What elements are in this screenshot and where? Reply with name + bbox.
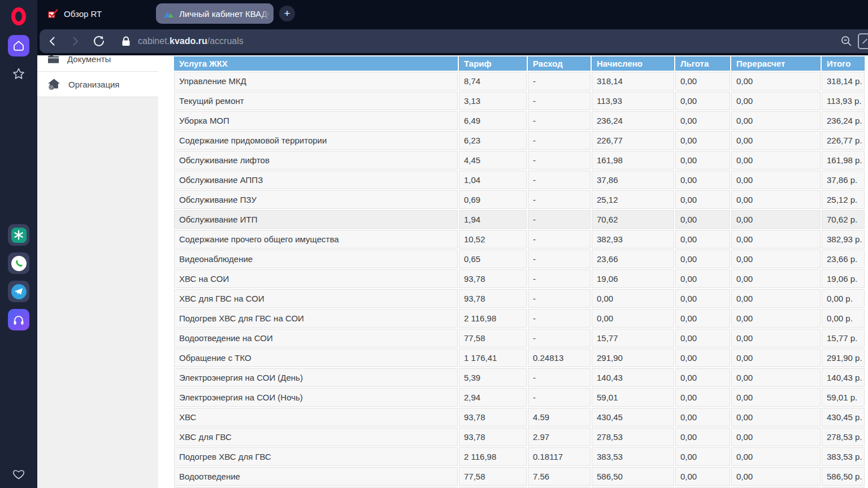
- table-cell: 0,00: [731, 467, 821, 486]
- table-cell: 0,69: [459, 190, 527, 209]
- table-cell: 6,49: [459, 111, 527, 130]
- table-cell: 0,00: [675, 72, 730, 90]
- clipped-toolbar-icon[interactable]: [858, 33, 868, 49]
- tab-label: Личный кабинет КВАДО.Р: [179, 9, 268, 19]
- table-row: ХВС93,784.59430,450,000,00430,45 р.: [174, 408, 865, 426]
- tab-label-fade: [259, 3, 274, 24]
- table-cell: 0,00: [731, 368, 821, 387]
- table-cell: 0,00: [675, 309, 730, 328]
- table-row: Обслуживание АППЗ1,04-37,860,000,0037,86…: [174, 171, 865, 189]
- home-icon: [12, 40, 25, 52]
- table-cell: 0.18117: [528, 447, 591, 466]
- table-cell: -: [528, 289, 591, 308]
- chatgpt-shortcut[interactable]: [8, 224, 29, 246]
- table-cell: 140,43 р.: [822, 368, 865, 387]
- table-cell: 0,00: [731, 151, 821, 169]
- table-cell: -: [528, 190, 591, 209]
- table-cell: 0,00: [675, 190, 730, 209]
- table-cell: 430,45: [592, 408, 674, 426]
- table-cell: -: [528, 230, 591, 249]
- table-cell: Управление МКД: [174, 72, 458, 90]
- table-cell: 586,50: [592, 467, 674, 486]
- table-cell: 0,00: [675, 91, 730, 110]
- table-row: Водоотведение77,587.56586,500,000,00586,…: [174, 467, 865, 486]
- table-cell: 19,06 р.: [822, 269, 865, 288]
- table-cell: 318,14 р.: [822, 72, 865, 90]
- lock-icon[interactable]: [119, 34, 133, 49]
- table-cell: 0,00: [731, 388, 821, 407]
- table-row: ХВС для ГВС на СОИ93,78-0,000,000,000,00…: [174, 289, 865, 308]
- checkbox-favicon: [47, 9, 58, 19]
- table-cell: Содержание прочего общего имущества: [174, 230, 458, 249]
- table-cell: 5,39: [459, 368, 527, 387]
- bookmarks-button[interactable]: [8, 63, 29, 85]
- table-cell: 4.59: [528, 408, 591, 426]
- url-text[interactable]: cabinet.kvado.ru/accruals: [138, 36, 244, 46]
- tab-kvado-active[interactable]: Личный кабинет КВАДО.Р: [156, 3, 274, 24]
- table-cell: -: [528, 250, 591, 268]
- table-row: Электроэнергия на СОИ (Ночь)2,94-59,010,…: [174, 388, 865, 407]
- back-icon[interactable]: [45, 34, 60, 49]
- table-cell: -: [528, 111, 591, 130]
- favorites-button[interactable]: [8, 463, 29, 485]
- star-icon: [11, 67, 26, 81]
- address-bar[interactable]: cabinet.kvado.ru/accruals: [40, 29, 868, 53]
- table-cell: 23,66 р.: [822, 250, 865, 268]
- table-cell: 113,93 р.: [822, 91, 865, 110]
- table-cell: 1,04: [459, 171, 527, 189]
- table-cell: 93,78: [459, 289, 527, 308]
- table-cell: 0,00: [675, 151, 730, 169]
- table-cell: 0,00: [675, 368, 730, 387]
- table-cell: 70,62 р.: [822, 210, 865, 229]
- table-row: Управление МКД8,74-318,140,000,00318,14 …: [174, 72, 865, 90]
- menu-item-documents[interactable]: Документы: [37, 55, 158, 72]
- table-cell: Водоотведение: [174, 467, 458, 486]
- home-button[interactable]: [8, 35, 29, 56]
- table-cell: 236,24: [592, 111, 674, 130]
- reload-icon[interactable]: [92, 34, 106, 49]
- table-cell: 0,00: [731, 289, 821, 308]
- table-cell: 15,77 р.: [822, 329, 865, 347]
- table-cell: 0,00: [731, 230, 821, 249]
- url-domain: kvado.ru: [170, 36, 207, 46]
- table-cell: 2 116,98: [459, 447, 527, 466]
- opera-logo[interactable]: [11, 7, 26, 25]
- table-cell: Электроэнергия на СОИ (Ночь): [174, 388, 458, 407]
- table-cell: 3,13: [459, 91, 527, 110]
- table-cell: 0,00: [675, 388, 730, 407]
- zoom-out-indicator-icon[interactable]: [840, 34, 853, 48]
- table-cell: 0,00: [675, 447, 730, 466]
- table-cell: 0,00: [731, 309, 821, 328]
- table-cell: Текущий ремонт: [174, 91, 458, 110]
- table-cell: 1,94: [459, 210, 527, 229]
- tab-obzor-rt[interactable]: Обзор RT: [42, 0, 107, 27]
- whatsapp-shortcut[interactable]: [8, 252, 29, 274]
- table-cell: 0,00: [675, 171, 730, 189]
- menu-item-organization[interactable]: Организация: [37, 72, 158, 97]
- table-cell: -: [528, 309, 591, 328]
- table-cell: 93,78: [459, 269, 527, 288]
- new-tab-button[interactable]: +: [279, 6, 295, 21]
- table-row: Видеонаблюдение0,65-23,660,000,0023,66 р…: [174, 250, 865, 268]
- table-cell: Обслуживание лифтов: [174, 151, 458, 169]
- table-cell: 0,00: [731, 111, 821, 130]
- table-row: ХВС для ГВС93,782.97278,530,000,00278,53…: [174, 428, 865, 446]
- column-header: Льгота: [675, 56, 730, 71]
- table-cell: 37,86: [592, 171, 674, 189]
- table-cell: 25,12 р.: [822, 190, 865, 209]
- table-cell: 19,06: [592, 269, 674, 288]
- forward-icon[interactable]: [68, 34, 83, 49]
- documents-icon: [47, 55, 60, 64]
- table-cell: Водоотведение на СОИ: [174, 329, 458, 347]
- table-cell: 6,23: [459, 131, 527, 150]
- table-cell: Обслуживание АППЗ: [174, 171, 458, 189]
- accruals-table: Услуга ЖКХТарифРасходНачисленоЛьготаПере…: [173, 55, 866, 488]
- table-cell: Обслуживание ИТП: [174, 210, 458, 229]
- telegram-shortcut[interactable]: [8, 281, 29, 302]
- table-cell: 382,93: [592, 230, 674, 249]
- table-cell: 383,53: [592, 447, 674, 466]
- browser-sidebar: [0, 0, 37, 488]
- table-cell: 0,00: [731, 269, 821, 288]
- table-header-row: Услуга ЖКХТарифРасходНачисленоЛьготаПере…: [174, 56, 865, 71]
- player-shortcut[interactable]: [8, 309, 29, 330]
